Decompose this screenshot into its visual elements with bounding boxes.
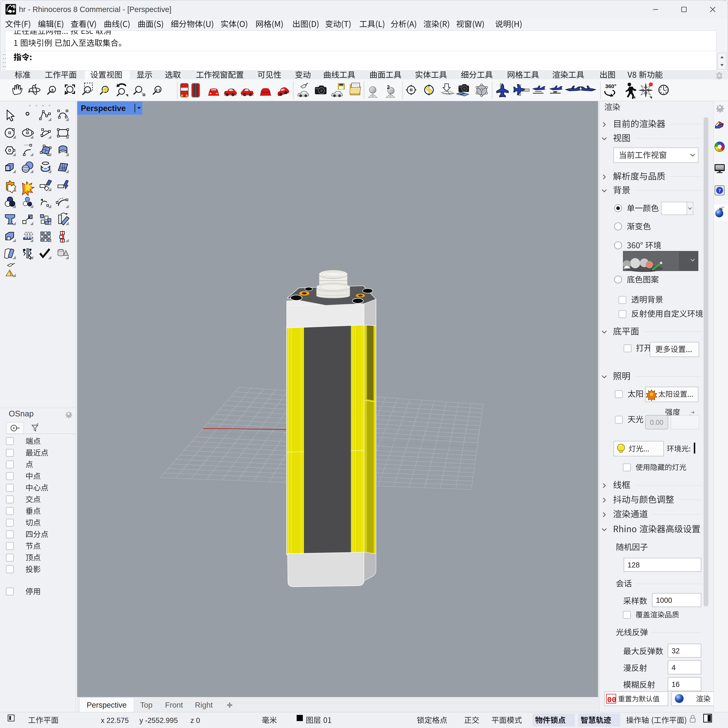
svg-text:4: 4 (671, 664, 676, 671)
svg-text:128: 128 (627, 561, 640, 569)
svg-text:2: 2 (387, 84, 390, 90)
svg-text:?: ? (718, 188, 721, 193)
svg-text:x 22.575: x 22.575 (101, 716, 128, 724)
svg-text:OSnap: OSnap (9, 409, 34, 418)
svg-text:±: ± (51, 87, 54, 93)
svg-text:1000: 1000 (656, 596, 672, 604)
svg-text:Perspective: Perspective (87, 701, 127, 709)
svg-text:Front: Front (165, 701, 183, 709)
svg-text:Perspective: Perspective (81, 104, 126, 113)
svg-text:1:1: 1:1 (155, 88, 161, 92)
svg-text:hr - Rhinoceros 8 Commercial -: hr - Rhinoceros 8 Commercial - [Perspect… (19, 5, 171, 14)
svg-text:Top: Top (140, 701, 153, 709)
svg-text:Right: Right (195, 701, 213, 709)
svg-text:32: 32 (671, 647, 680, 655)
svg-text:360°: 360° (605, 83, 616, 89)
svg-text:z 0: z 0 (190, 716, 200, 724)
svg-text:y -2552.995: y -2552.995 (139, 716, 178, 724)
svg-text:0.00: 0.00 (650, 419, 664, 426)
svg-text:16: 16 (671, 680, 680, 688)
svg-text:8: 8 (13, 4, 15, 9)
